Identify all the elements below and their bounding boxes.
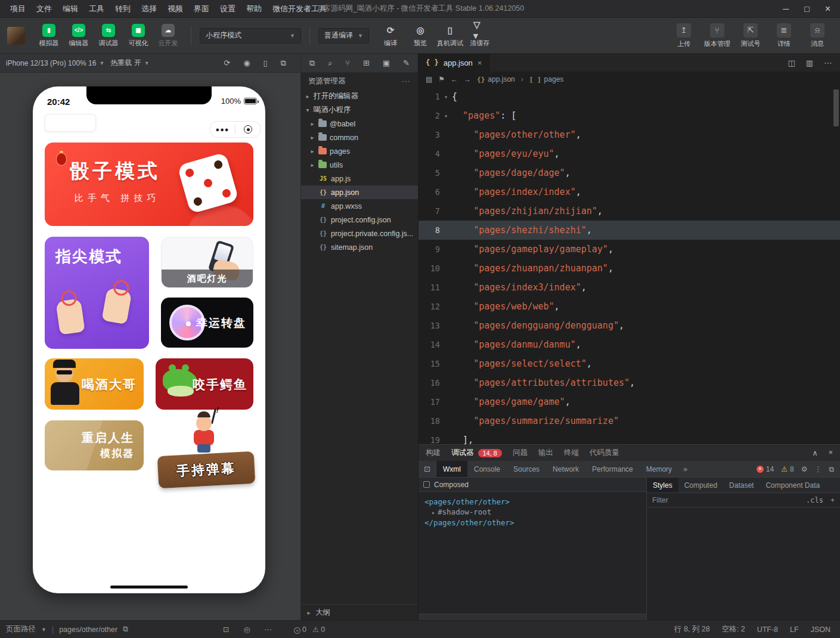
code-line-4[interactable]: 4 "pages/eyu/eyu", [419, 144, 840, 163]
shadow-root-node[interactable]: ▸#shadow-root [424, 507, 640, 518]
styles-filter-input[interactable]: Filter [652, 496, 668, 504]
menu-item-0[interactable]: 项目 [5, 4, 31, 14]
split-editor-icon[interactable]: ▥ [806, 58, 813, 67]
styles-tab-styles[interactable]: Styles [647, 478, 678, 493]
toolbar-cloud-button[interactable]: ☁云开发 [154, 24, 182, 48]
new-style-rule-button[interactable]: + [830, 496, 835, 504]
wxml-tag-node[interactable]: <pages/other/other> [424, 497, 640, 507]
minimize-button[interactable]: ─ [783, 4, 789, 14]
fold-chevron-icon[interactable]: ▾ [440, 94, 452, 100]
code-line-7[interactable]: 7 "pages/zhijian/zhijian", [419, 202, 840, 221]
close-panel-icon[interactable]: × [829, 448, 833, 457]
outline-icon[interactable]: ▤ [426, 75, 432, 83]
tree-item-@babel[interactable]: ▸@babel [301, 117, 418, 131]
devtools-tab-wxml[interactable]: Wxml [436, 461, 467, 477]
tree-item-utils[interactable]: ▸utils [301, 158, 418, 172]
device-frame-icon[interactable]: ▯ [264, 58, 268, 68]
toolbar-simulator-button[interactable]: ▮模拟器 [35, 24, 63, 48]
code-line-17[interactable]: 17 "pages/game/game", [419, 392, 840, 411]
horizontal-scrollbar[interactable] [419, 614, 646, 620]
menu-item-5[interactable]: 选择 [136, 4, 162, 14]
problems-summary[interactable]: ×0 ⚠ 0 [294, 625, 325, 634]
scrollbar-thumb[interactable] [833, 89, 839, 126]
toolbar-visual-button[interactable]: ▦可视化 [124, 24, 153, 48]
multi-window-icon[interactable]: ⧉ [281, 58, 286, 68]
open-changes-icon[interactable]: ◫ [788, 58, 795, 67]
new-file-icon[interactable]: ⧉ [309, 58, 315, 68]
record-icon[interactable]: ◉ [243, 58, 250, 68]
inspect-element-icon[interactable]: ⊡ [419, 461, 436, 477]
close-tab-icon[interactable]: × [478, 58, 482, 67]
statusbar-encoding[interactable]: UTF-8 [757, 625, 778, 634]
devtools-tab-performance[interactable]: Performance [585, 461, 640, 477]
tree-item-project.config.json[interactable]: {}project.config.json [301, 213, 418, 227]
toolbar-editor-button[interactable]: </>编辑器 [64, 24, 93, 48]
error-count[interactable]: × 14 [757, 465, 774, 473]
card-handheld-danmaku[interactable]: 手持弹幕 [158, 416, 255, 490]
menu-item-3[interactable]: 工具 [83, 4, 110, 14]
tree-item-app.json[interactable]: {}app.json [301, 185, 418, 199]
code-line-9[interactable]: 9 "pages/gameplay/gameplay", [419, 240, 840, 259]
code-line-6[interactable]: 6 "pages/index/index", [419, 182, 840, 202]
toolbar-version-button[interactable]: ⑂版本管理 [702, 23, 733, 48]
hot-reload-toggle[interactable]: 热重载 开 ▼ [110, 58, 149, 68]
settings-gear-icon[interactable]: ⚙ [801, 465, 808, 473]
wxml-tag-node[interactable]: </pages/other/other> [424, 518, 640, 528]
menu-item-2[interactable]: 编辑 [57, 4, 83, 14]
format-icon[interactable]: ✎ [403, 58, 410, 67]
kebab-menu-icon[interactable]: ⋮ [814, 465, 822, 473]
compile-mode-select[interactable]: 普通编译 ▼ [318, 28, 369, 44]
maximize-button[interactable]: □ [804, 4, 809, 14]
capsule-home-button[interactable] [235, 125, 261, 134]
card-fingertip-mode[interactable]: 指尖模式 [45, 237, 149, 349]
menu-item-1[interactable]: 文件 [31, 4, 57, 14]
code-editor[interactable]: 1▾{2▾ "pages": [3 "pages/other/other",4 … [419, 87, 840, 444]
code-line-14[interactable]: 14 "pages/danmu/danmu", [419, 335, 840, 354]
styles-tab-computed[interactable]: Computed [678, 478, 723, 493]
back-icon[interactable]: ← [451, 75, 458, 83]
menu-item-6[interactable]: 视频 [162, 4, 188, 14]
menu-item-8[interactable]: 设置 [215, 4, 241, 14]
composed-checkbox[interactable] [423, 481, 430, 488]
toolbar-upload-button[interactable]: ↥上传 [668, 23, 699, 48]
breadcrumb-file[interactable]: {} app.json [477, 75, 515, 83]
tab-app-json[interactable]: { } app.json × [419, 54, 489, 72]
debugger-tab-问题[interactable]: 问题 [513, 448, 528, 458]
code-line-19[interactable]: 19 ], [419, 431, 840, 444]
card-restart-life[interactable]: 重启人生 模拟器 [45, 420, 144, 470]
tree-item-sitemap.json[interactable]: {}sitemap.json [301, 240, 418, 254]
fold-chevron-icon[interactable]: ▾ [440, 113, 452, 119]
devtools-tab-network[interactable]: Network [546, 461, 585, 477]
toolbar-testid-button[interactable]: ⇱测试号 [735, 23, 766, 48]
dock-side-icon[interactable]: ⧉ [829, 465, 834, 473]
statusbar-eol-setting[interactable]: LF [790, 625, 799, 634]
search-icon[interactable]: ⌕ [328, 58, 332, 68]
outline-section[interactable]: ▸ 大纲 [301, 605, 418, 620]
toolbar-messages-button[interactable]: ⍾消息 [802, 23, 833, 48]
source-control-icon[interactable]: ⑂ [345, 58, 350, 67]
toolbar-preview-button[interactable]: ◎预览 [406, 24, 435, 48]
mode-select[interactable]: 小程序模式 ▼ [200, 28, 301, 44]
code-line-5[interactable]: 5 "pages/dage/dage", [419, 163, 840, 182]
code-line-2[interactable]: 2▾ "pages": [ [419, 106, 840, 125]
toolbar-compile-button[interactable]: ⟳编译 [376, 24, 405, 48]
statusbar-indent-setting[interactable]: 空格: 2 [722, 624, 745, 634]
card-bar-light[interactable]: 酒吧灯光 [161, 237, 253, 288]
code-line-10[interactable]: 10 "pages/zhuanpan/zhuanpan", [419, 259, 840, 278]
statusbar-cursor-position[interactable]: 行 8, 列 28 [674, 624, 710, 634]
toolbar-device-debug-button[interactable]: ▯真机调试 [436, 24, 464, 48]
styles-tab-dataset[interactable]: Dataset [723, 478, 760, 493]
more-tabs-icon[interactable]: » [678, 461, 692, 477]
device-select[interactable]: iPhone 12/13 (Pro) 100% 16 ▼ [6, 59, 104, 67]
capsule-more-button[interactable]: ●●● [210, 126, 235, 133]
copy-icon[interactable]: ⧉ [123, 625, 128, 634]
debugger-tab-输出[interactable]: 输出 [538, 448, 553, 458]
code-line-16[interactable]: 16 "pages/attributes/attributes", [419, 373, 840, 392]
debugger-tab-构建[interactable]: 构建 [426, 448, 441, 458]
debug-window-icon[interactable]: ⊡ [223, 625, 229, 634]
dice-mode-banner[interactable]: 骰子模式 比手气 拼技巧 [45, 143, 253, 226]
debugger-tab-终端[interactable]: 终端 [564, 448, 579, 458]
code-line-11[interactable]: 11 "pages/index3/index", [419, 278, 840, 297]
cls-toggle-button[interactable]: .cls [806, 496, 823, 504]
statusbar-language-mode[interactable]: JSON [811, 625, 830, 634]
